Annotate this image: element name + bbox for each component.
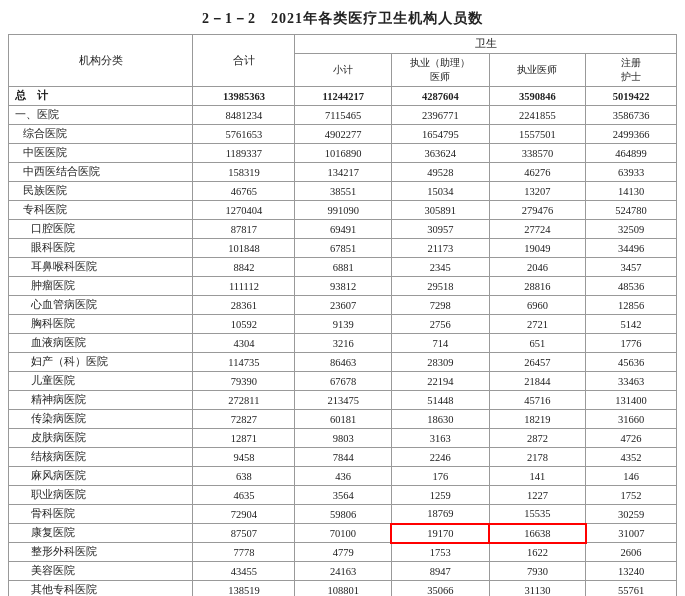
- cell-prac-assist: 7298: [391, 296, 489, 315]
- cell-total: 10592: [193, 315, 295, 334]
- cell-nurse: 524780: [586, 201, 677, 220]
- cell-prac: 1227: [489, 486, 585, 505]
- cell-prac-assist: 4287604: [391, 87, 489, 106]
- cell-nurse: 31660: [586, 410, 677, 429]
- header-institution: 机构分类: [9, 35, 193, 87]
- cell-prac: 651: [489, 334, 585, 353]
- table-row: 康复医院8750770100191701663831007: [9, 524, 677, 543]
- cell-prac: 2721: [489, 315, 585, 334]
- table-row: 血液病医院430432167146511776: [9, 334, 677, 353]
- table-row: 传染病医院7282760181186301821931660: [9, 410, 677, 429]
- cell-subtotal: 24163: [295, 562, 391, 581]
- table-row: 麻风病医院638436176141146: [9, 467, 677, 486]
- cell-nurse: 5019422: [586, 87, 677, 106]
- header-total: 合计: [193, 35, 295, 87]
- cell-total: 87817: [193, 220, 295, 239]
- table-row: 职业病医院46353564125912271752: [9, 486, 677, 505]
- table-row: 胸科医院105929139275627215142: [9, 315, 677, 334]
- cell-subtotal: 70100: [295, 524, 391, 543]
- cell-nurse: 464899: [586, 144, 677, 163]
- cell-total: 79390: [193, 372, 295, 391]
- cell-prac: 7930: [489, 562, 585, 581]
- cell-prac: 28816: [489, 277, 585, 296]
- cell-prac-assist: 19170: [391, 524, 489, 543]
- cell-prac: 19049: [489, 239, 585, 258]
- cell-prac-assist: 51448: [391, 391, 489, 410]
- cell-subtotal: 436: [295, 467, 391, 486]
- table-row: 心血管病医院28361236077298696012856: [9, 296, 677, 315]
- table-row: 总 计1398536311244217428760435908465019422: [9, 87, 677, 106]
- cell-subtotal: 38551: [295, 182, 391, 201]
- cell-prac: 31130: [489, 581, 585, 597]
- cell-institution: 麻风病医院: [9, 467, 193, 486]
- cell-institution: 美容医院: [9, 562, 193, 581]
- cell-total: 1189337: [193, 144, 295, 163]
- cell-total: 272811: [193, 391, 295, 410]
- cell-institution: 综合医院: [9, 125, 193, 144]
- cell-nurse: 31007: [586, 524, 677, 543]
- cell-nurse: 55761: [586, 581, 677, 597]
- cell-subtotal: 9139: [295, 315, 391, 334]
- cell-prac: 18219: [489, 410, 585, 429]
- cell-total: 5761653: [193, 125, 295, 144]
- cell-institution: 结核病医院: [9, 448, 193, 467]
- cell-prac-assist: 176: [391, 467, 489, 486]
- cell-subtotal: 23607: [295, 296, 391, 315]
- cell-prac: 16638: [489, 524, 585, 543]
- cell-nurse: 1752: [586, 486, 677, 505]
- cell-prac-assist: 1654795: [391, 125, 489, 144]
- cell-institution: 口腔医院: [9, 220, 193, 239]
- table-row: 一、医院84812347115465239677122418553586736: [9, 106, 677, 125]
- cell-subtotal: 93812: [295, 277, 391, 296]
- cell-prac-assist: 18769: [391, 505, 489, 524]
- cell-prac-assist: 15034: [391, 182, 489, 201]
- cell-prac-assist: 1753: [391, 543, 489, 562]
- cell-subtotal: 991090: [295, 201, 391, 220]
- table-row: 结核病医院94587844224621784352: [9, 448, 677, 467]
- cell-total: 158319: [193, 163, 295, 182]
- table-row: 耳鼻喉科医院88426881234520463457: [9, 258, 677, 277]
- cell-nurse: 4726: [586, 429, 677, 448]
- cell-prac-assist: 2396771: [391, 106, 489, 125]
- cell-prac-assist: 49528: [391, 163, 489, 182]
- cell-institution: 精神病医院: [9, 391, 193, 410]
- cell-subtotal: 213475: [295, 391, 391, 410]
- cell-prac-assist: 35066: [391, 581, 489, 597]
- cell-prac-assist: 714: [391, 334, 489, 353]
- cell-total: 1270404: [193, 201, 295, 220]
- table-row: 美容医院43455241638947793013240: [9, 562, 677, 581]
- cell-nurse: 33463: [586, 372, 677, 391]
- page-title: 2－1－2 2021年各类医疗卫生机构人员数: [8, 10, 677, 28]
- table-row: 皮肤病医院128719803316328724726: [9, 429, 677, 448]
- cell-nurse: 45636: [586, 353, 677, 372]
- cell-subtotal: 67851: [295, 239, 391, 258]
- cell-prac-assist: 28309: [391, 353, 489, 372]
- cell-nurse: 1776: [586, 334, 677, 353]
- cell-nurse: 3457: [586, 258, 677, 277]
- cell-prac: 13207: [489, 182, 585, 201]
- cell-nurse: 14130: [586, 182, 677, 201]
- cell-total: 7778: [193, 543, 295, 562]
- cell-total: 8842: [193, 258, 295, 277]
- cell-prac-assist: 30957: [391, 220, 489, 239]
- cell-prac-assist: 363624: [391, 144, 489, 163]
- cell-prac: 3590846: [489, 87, 585, 106]
- cell-total: 46765: [193, 182, 295, 201]
- cell-nurse: 30259: [586, 505, 677, 524]
- cell-prac: 2872: [489, 429, 585, 448]
- cell-institution: 耳鼻喉科医院: [9, 258, 193, 277]
- cell-institution: 血液病医院: [9, 334, 193, 353]
- cell-nurse: 131400: [586, 391, 677, 410]
- cell-total: 138519: [193, 581, 295, 597]
- cell-nurse: 146: [586, 467, 677, 486]
- cell-total: 114735: [193, 353, 295, 372]
- table-row: 中西医结合医院158319134217495284627663933: [9, 163, 677, 182]
- cell-nurse: 13240: [586, 562, 677, 581]
- cell-prac-assist: 29518: [391, 277, 489, 296]
- cell-institution: 康复医院: [9, 524, 193, 543]
- cell-total: 9458: [193, 448, 295, 467]
- cell-subtotal: 59806: [295, 505, 391, 524]
- cell-prac: 45716: [489, 391, 585, 410]
- cell-nurse: 3586736: [586, 106, 677, 125]
- table-row: 儿童医院7939067678221942184433463: [9, 372, 677, 391]
